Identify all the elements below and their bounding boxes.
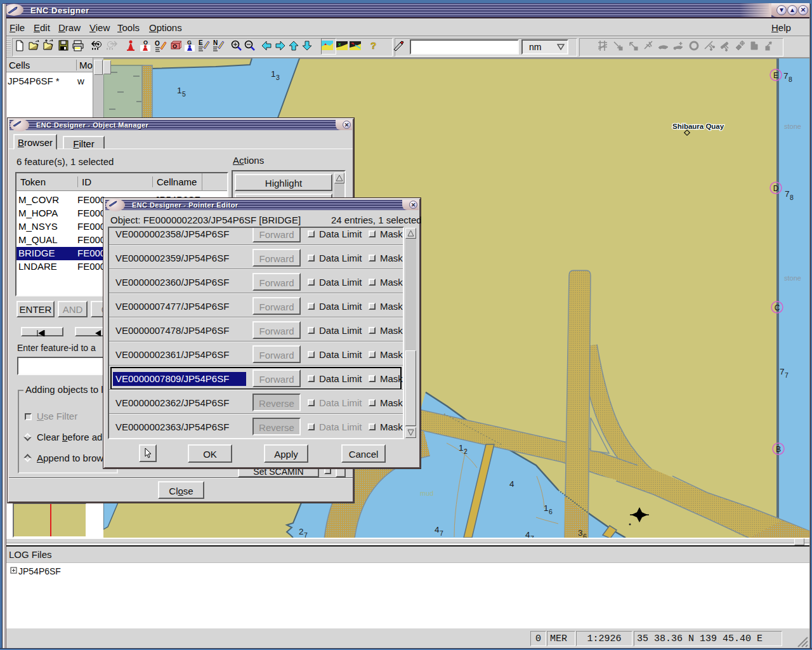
svg-text:7: 7 bbox=[780, 367, 785, 376]
svg-text:7: 7 bbox=[785, 371, 789, 379]
svg-text:E: E bbox=[773, 71, 778, 80]
svg-text:7: 7 bbox=[440, 529, 443, 537]
svg-text:2: 2 bbox=[299, 527, 304, 536]
svg-text:mud: mud bbox=[420, 489, 433, 497]
svg-text:4: 4 bbox=[525, 530, 530, 538]
svg-text:7: 7 bbox=[304, 531, 308, 538]
svg-text:E: E bbox=[199, 39, 203, 46]
svg-text:stone: stone bbox=[784, 123, 801, 130]
svg-text:?: ? bbox=[370, 40, 376, 51]
svg-text:7: 7 bbox=[785, 189, 790, 199]
svg-text:x: x bbox=[338, 41, 341, 47]
svg-text:C: C bbox=[775, 303, 780, 312]
svg-text:1: 1 bbox=[177, 86, 182, 95]
svg-text:stone: stone bbox=[784, 274, 801, 282]
svg-text:D: D bbox=[773, 184, 779, 193]
svg-text:Shibaura Quay: Shibaura Quay bbox=[672, 123, 724, 130]
svg-text:2: 2 bbox=[464, 448, 468, 455]
svg-text:8: 8 bbox=[790, 194, 794, 201]
svg-text:3: 3 bbox=[578, 528, 583, 538]
svg-text:5: 5 bbox=[182, 90, 186, 98]
svg-text:1: 1 bbox=[544, 503, 549, 513]
svg-text:6: 6 bbox=[583, 533, 587, 538]
svg-text:O: O bbox=[155, 40, 160, 47]
svg-text:8: 8 bbox=[789, 76, 792, 83]
svg-text:7: 7 bbox=[783, 71, 789, 81]
svg-text:G: G bbox=[187, 39, 192, 46]
svg-text:6: 6 bbox=[549, 508, 553, 515]
svg-text:4: 4 bbox=[509, 479, 514, 489]
svg-text:3: 3 bbox=[276, 74, 280, 81]
svg-text:1: 1 bbox=[459, 443, 464, 453]
svg-text:4: 4 bbox=[435, 525, 440, 534]
svg-text:N: N bbox=[213, 39, 218, 46]
svg-text:O: O bbox=[143, 39, 148, 46]
svg-text:B: B bbox=[776, 445, 781, 454]
svg-text:1: 1 bbox=[271, 69, 276, 79]
svg-text:O: O bbox=[173, 43, 177, 50]
